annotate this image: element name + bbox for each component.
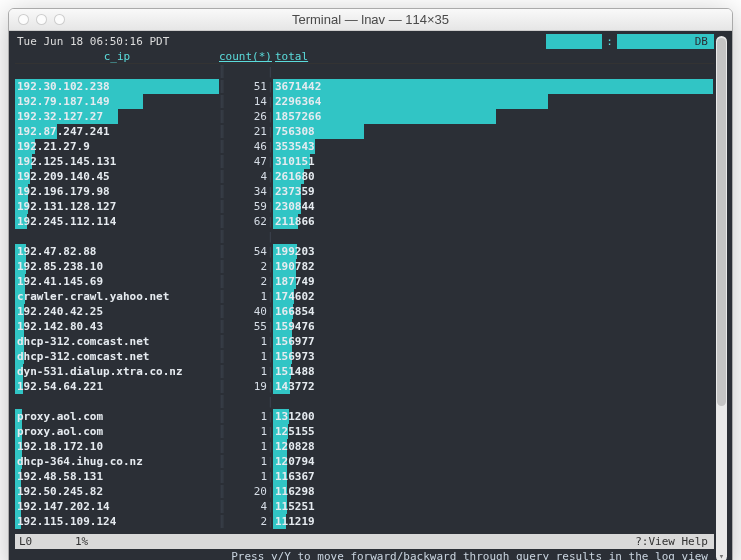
total-text: 116367 [273, 469, 714, 484]
cell-count: 1 [225, 349, 267, 364]
cell-cip: 192.79.187.149 [15, 94, 219, 109]
table-row[interactable]: proxy.aol.com║1|131200 [15, 409, 714, 424]
table-row[interactable]: dyn-531.dialup.xtra.co.nz║1|151488 [15, 364, 714, 379]
cell-count: 1 [225, 409, 267, 424]
table-row[interactable]: 192.147.202.14║4|115251 [15, 499, 714, 514]
header-total[interactable]: total [267, 49, 308, 63]
total-text: 230844 [273, 199, 714, 214]
cell-cip: 192.115.109.124 [15, 514, 219, 529]
status-seg1 [546, 34, 602, 49]
table-row[interactable]: 192.142.80.43║55|159476 [15, 319, 714, 334]
status-line: L0 [15, 534, 75, 549]
cell-total [273, 394, 714, 409]
table-row[interactable]: 192.48.58.131║1|116367 [15, 469, 714, 484]
total-text: 131200 [273, 409, 714, 424]
cell-count: 47 [225, 154, 267, 169]
table-row[interactable]: 192.50.245.82║20|116298 [15, 484, 714, 499]
table-row[interactable]: dhcp-364.ihug.co.nz║1|120794 [15, 454, 714, 469]
app-window: Terminal — lnav — 114×35 Tue Jun 18 06:5… [8, 8, 733, 560]
table-row[interactable]: 192.85.238.10║2|190782 [15, 259, 714, 274]
cip-text: 192.115.109.124 [15, 514, 219, 529]
table-row[interactable]: 192.245.112.114║62|211866 [15, 214, 714, 229]
window-title: Terminal — lnav — 114×35 [9, 12, 732, 27]
cell-count: 51 [225, 79, 267, 94]
table-row[interactable]: 192.47.82.88║54|199203 [15, 244, 714, 259]
table-row[interactable]: dhcp-312.comcast.net║1|156977 [15, 334, 714, 349]
header-count[interactable]: count(*) [219, 49, 267, 63]
table-row[interactable]: 192.87.247.241║21|756308 [15, 124, 714, 139]
cell-total: 125155 [273, 424, 714, 439]
cip-text: 192.30.102.238 [15, 79, 219, 94]
status-db-badge: DB [689, 34, 714, 49]
cell-total: 756308 [273, 124, 714, 139]
scroll-down-icon[interactable]: ▾ [716, 551, 727, 560]
table-row[interactable]: 192.209.140.45║4|261680 [15, 169, 714, 184]
table-row[interactable]: 192.79.187.149║14|2296364 [15, 94, 714, 109]
cell-total: 1857266 [273, 109, 714, 124]
cell-total: 166854 [273, 304, 714, 319]
table-row[interactable]: 192.21.27.9║46|353543 [15, 139, 714, 154]
results-grid[interactable]: ║|192.30.102.238║51|3671442192.79.187.14… [15, 64, 714, 534]
cell-total: 190782 [273, 259, 714, 274]
cip-text: 192.32.127.27 [15, 109, 219, 124]
table-row[interactable]: 192.125.145.131║47|310151 [15, 154, 714, 169]
cip-text: dhcp-312.comcast.net [15, 334, 219, 349]
cell-total: 187749 [273, 274, 714, 289]
cell-count: 46 [225, 139, 267, 154]
hint-line: Press y/Y to move forward/backward throu… [15, 549, 714, 560]
cell-count: 1 [225, 334, 267, 349]
cell-cip: 192.240.42.25 [15, 304, 219, 319]
total-text: 156973 [273, 349, 714, 364]
cell-count: 34 [225, 184, 267, 199]
cip-text: 192.21.27.9 [15, 139, 219, 154]
table-row[interactable]: 192.32.127.27║26|1857266 [15, 109, 714, 124]
cell-count: 2 [225, 274, 267, 289]
table-row[interactable]: 192.30.102.238║51|3671442 [15, 79, 714, 94]
total-text: 174602 [273, 289, 714, 304]
cell-count: 40 [225, 304, 267, 319]
total-text: 199203 [273, 244, 714, 259]
cip-text: 192.245.112.114 [15, 214, 219, 229]
gap-row: ║| [15, 229, 714, 244]
header-cip[interactable]: c_ip [15, 49, 219, 63]
table-row[interactable]: 192.240.42.25║40|166854 [15, 304, 714, 319]
cell-total: 199203 [273, 244, 714, 259]
cell-cip: 192.87.247.241 [15, 124, 219, 139]
cell-total: 156973 [273, 349, 714, 364]
cell-count: 1 [225, 424, 267, 439]
cell-count: 1 [225, 454, 267, 469]
cell-count: 1 [225, 364, 267, 379]
cell-count: 1 [225, 469, 267, 484]
cell-count [225, 64, 267, 79]
cell-count: 62 [225, 214, 267, 229]
status-bottom: L0 1% ?:View Help [15, 534, 714, 549]
cell-count: 20 [225, 484, 267, 499]
table-row[interactable]: 192.131.128.127║59|230844 [15, 199, 714, 214]
table-row[interactable]: 192.54.64.221║19|143772 [15, 379, 714, 394]
scroll-thumb[interactable] [717, 38, 726, 406]
table-row[interactable]: 192.115.109.124║2|111219 [15, 514, 714, 529]
cell-cip: 192.54.64.221 [15, 379, 219, 394]
total-text: 3671442 [273, 79, 714, 94]
total-text: 115251 [273, 499, 714, 514]
terminal-area[interactable]: Tue Jun 18 06:50:16 PDT : DB c_ip count(… [9, 31, 732, 560]
cell-cip [15, 229, 219, 244]
cip-text: 192.48.58.131 [15, 469, 219, 484]
table-row[interactable]: 192.196.179.98║34|237359 [15, 184, 714, 199]
total-text: 310151 [273, 154, 714, 169]
cell-cip: 192.147.202.14 [15, 499, 219, 514]
cell-total: 159476 [273, 319, 714, 334]
cell-cip: 192.125.145.131 [15, 154, 219, 169]
table-row[interactable]: dhcp-312.comcast.net║1|156973 [15, 349, 714, 364]
cell-total [273, 229, 714, 244]
total-text: 190782 [273, 259, 714, 274]
cell-cip: proxy.aol.com [15, 409, 219, 424]
table-row[interactable]: 192.18.172.10║1|120828 [15, 439, 714, 454]
total-text: 143772 [273, 379, 714, 394]
table-row[interactable]: proxy.aol.com║1|125155 [15, 424, 714, 439]
scrollbar[interactable]: ▴ ▾ [716, 36, 727, 560]
table-row[interactable]: crawler.crawl.yahoo.net║1|174602 [15, 289, 714, 304]
cell-count: 2 [225, 514, 267, 529]
table-row[interactable]: 192.41.145.69║2|187749 [15, 274, 714, 289]
cip-text: 192.85.238.10 [15, 259, 219, 274]
